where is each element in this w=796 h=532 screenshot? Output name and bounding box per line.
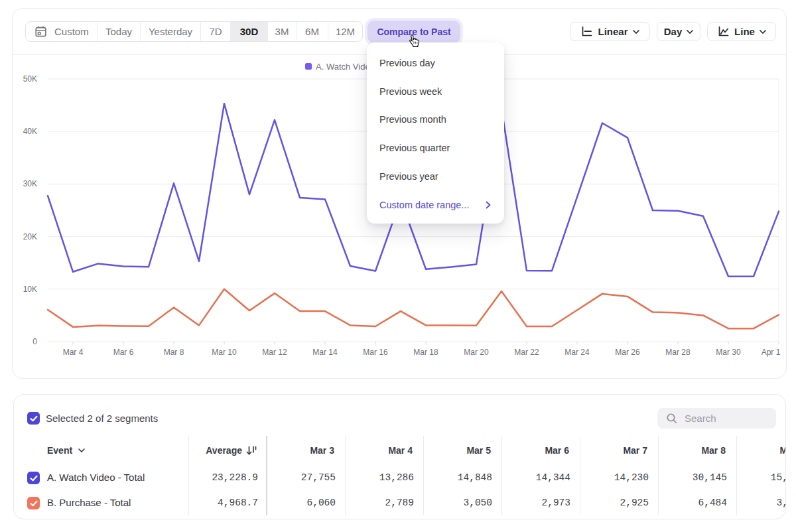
svg-text:Apr 1: Apr 1 — [762, 348, 781, 357]
svg-text:40K: 40K — [23, 127, 37, 136]
svg-text:Mar 14: Mar 14 — [312, 348, 338, 357]
svg-text:10K: 10K — [23, 285, 37, 294]
svg-text:Mar 8: Mar 8 — [164, 348, 184, 357]
svg-text:Mar 4: Mar 4 — [63, 348, 84, 357]
svg-text:Mar 10: Mar 10 — [212, 348, 237, 357]
svg-text:Mar 26: Mar 26 — [615, 348, 640, 357]
svg-text:Mar 30: Mar 30 — [716, 348, 741, 357]
svg-text:Mar 24: Mar 24 — [564, 348, 590, 357]
svg-text:Mar 22: Mar 22 — [514, 348, 539, 357]
svg-text:20K: 20K — [23, 232, 37, 241]
svg-text:Mar 16: Mar 16 — [363, 348, 388, 357]
svg-text:Mar 12: Mar 12 — [262, 348, 287, 357]
svg-text:Mar 6: Mar 6 — [113, 348, 134, 357]
svg-text:Mar 18: Mar 18 — [413, 348, 438, 357]
svg-text:30K: 30K — [23, 179, 37, 188]
svg-text:Mar 20: Mar 20 — [464, 348, 489, 357]
svg-text:50K: 50K — [23, 74, 37, 84]
svg-text:Mar 28: Mar 28 — [665, 348, 691, 357]
svg-text:0: 0 — [33, 337, 37, 346]
